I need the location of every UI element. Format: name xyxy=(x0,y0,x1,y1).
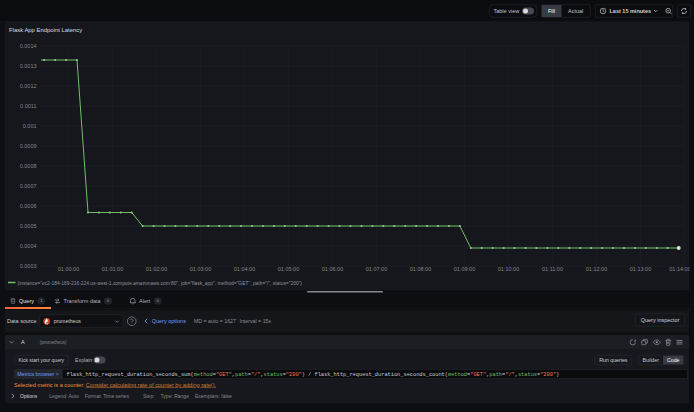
svg-text:01:03:00: 01:03:00 xyxy=(190,266,211,272)
svg-text:0.001: 0.001 xyxy=(23,123,37,129)
svg-text:0.0007: 0.0007 xyxy=(20,183,37,189)
svg-text:{instance="ec2-184-169-216-224: {instance="ec2-184-169-216-224.us-west-1… xyxy=(18,281,303,286)
svg-text:01:07:00: 01:07:00 xyxy=(366,266,387,272)
svg-text:01:14:00: 01:14:00 xyxy=(669,266,689,272)
svg-text:01:13:00: 01:13:00 xyxy=(630,266,651,272)
svg-text:01:00:00: 01:00:00 xyxy=(58,266,79,272)
svg-text:0.0008: 0.0008 xyxy=(20,163,37,169)
svg-text:0.0009: 0.0009 xyxy=(20,143,37,149)
svg-text:01:05:00: 01:05:00 xyxy=(278,266,299,272)
svg-text:0.0005: 0.0005 xyxy=(20,223,37,229)
svg-text:0.0011: 0.0011 xyxy=(20,103,36,109)
svg-text:0.0014: 0.0014 xyxy=(20,43,37,49)
svg-text:01:12:00: 01:12:00 xyxy=(586,266,607,272)
svg-text:0.0003: 0.0003 xyxy=(20,263,37,269)
svg-text:01:08:00: 01:08:00 xyxy=(410,266,431,272)
svg-text:01:09:00: 01:09:00 xyxy=(454,266,475,272)
svg-text:0.0004: 0.0004 xyxy=(20,243,37,249)
svg-text:01:10:00: 01:10:00 xyxy=(498,266,519,272)
svg-text:01:06:00: 01:06:00 xyxy=(322,266,343,272)
svg-text:0.0013: 0.0013 xyxy=(20,63,37,69)
svg-text:01:11:00: 01:11:00 xyxy=(542,266,563,272)
svg-text:0.0012: 0.0012 xyxy=(20,83,37,89)
svg-text:01:01:00: 01:01:00 xyxy=(102,266,123,272)
svg-text:01:04:00: 01:04:00 xyxy=(234,266,255,272)
svg-text:0.0006: 0.0006 xyxy=(20,203,37,209)
svg-text:01:02:00: 01:02:00 xyxy=(146,266,167,272)
